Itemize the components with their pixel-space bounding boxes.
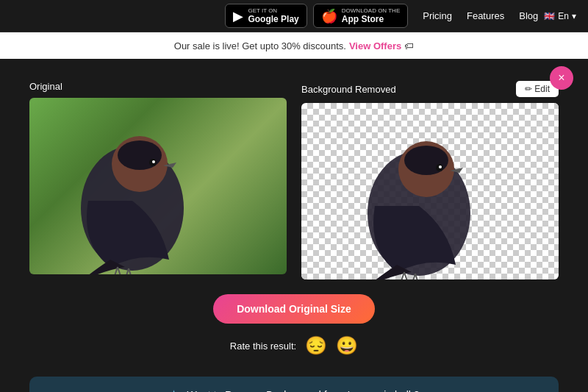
navbar: ▶ GET IT ON Google Play 🍎 Download on th… [0,0,588,32]
happy-emoji-button[interactable]: 😀 [336,335,358,356]
svg-point-4 [152,160,155,163]
apple-icon: 🍎 [321,8,337,24]
app-store-button[interactable]: 🍎 Download on the App Store [313,4,408,28]
google-play-get-it: GET IT ON [248,7,298,14]
tag-emoji: 🏷 [404,40,414,51]
google-play-name: Google Play [248,14,298,24]
bottom-cta: ✦ Want to Remove Background from Images … [29,377,559,392]
rate-text: Rate this result: [230,341,296,352]
removed-header: Background Removed ✏ Edit [301,81,559,97]
view-offers-link[interactable]: View Offers [349,40,401,51]
google-play-icon: ▶ [233,8,243,24]
chevron-down-icon: ▾ [572,11,576,21]
removed-label: Background Removed [301,84,396,95]
download-section: Download Original Size Rate this result:… [29,294,559,356]
bird-svg-removed [331,118,507,279]
blog-link[interactable]: Blog [519,10,538,21]
google-play-text: GET IT ON Google Play [248,7,298,24]
bottom-cta-text: Want to Remove Background from Images in… [187,389,419,392]
nav-links: Pricing Features Blog [423,10,538,21]
svg-point-9 [439,165,442,168]
download-button[interactable]: Download Original Size [213,294,375,324]
main-content: × Original [0,59,588,371]
rate-section: Rate this result: 😔 😀 [230,335,358,356]
sparkle-icon: ✦ [168,387,179,392]
close-button[interactable]: × [550,66,573,90]
removed-panel: Background Removed ✏ Edit [301,81,559,279]
language-label: En [558,11,569,21]
pricing-link[interactable]: Pricing [423,10,452,21]
original-label: Original [29,81,62,92]
original-image-box [29,98,287,274]
image-comparison: Original [29,81,559,279]
original-header: Original [29,81,287,92]
bird-svg-original [44,113,220,274]
sad-emoji-button[interactable]: 😔 [305,335,327,356]
sale-banner: Our sale is live! Get upto 30% discounts… [0,32,588,59]
google-play-button[interactable]: ▶ GET IT ON Google Play [225,4,306,28]
app-store-download: Download on the [342,7,400,14]
sale-text: Our sale is live! Get upto 30% discounts… [174,40,346,51]
original-image [29,98,287,274]
original-panel: Original [29,81,287,279]
removed-bg-image [301,103,559,279]
app-store-name: App Store [342,14,400,24]
removed-image-box [301,103,559,279]
flag-icon: 🇬🇧 [544,11,555,21]
app-store-text: Download on the App Store [342,7,400,24]
language-button[interactable]: 🇬🇧 En ▾ [544,11,576,21]
features-link[interactable]: Features [467,10,504,21]
